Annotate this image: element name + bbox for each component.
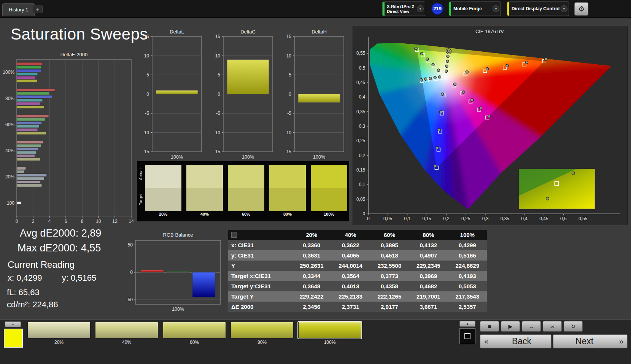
table-cell: 250,2631 <box>292 261 331 271</box>
swatch-level-label: 80% <box>269 212 306 216</box>
tick-label: -5 <box>145 111 149 116</box>
expand-patch-list-button[interactable]: ▲ <box>5 321 21 327</box>
stop-button[interactable]: ■ <box>480 321 499 332</box>
fit-button[interactable]: ↔ <box>522 321 541 332</box>
target-swatch <box>228 188 264 211</box>
add-tab-button[interactable]: + <box>33 5 43 13</box>
tab-history-1[interactable]: History 1 <box>2 3 35 16</box>
patch-button-100%[interactable] <box>298 322 361 339</box>
chevron-down-icon[interactable]: ▼ <box>561 5 567 12</box>
table-cell: 0,3773 <box>370 271 409 281</box>
back-button[interactable]: « Back <box>480 334 552 348</box>
delta-bar <box>298 94 340 103</box>
table-cell: 2,3456 <box>292 302 331 312</box>
inset-measured-point <box>572 172 575 175</box>
tick-label: 0 <box>218 92 220 97</box>
measured-point <box>445 65 448 67</box>
table-cell: 229,2345 <box>409 261 448 271</box>
patch-button-60%[interactable] <box>163 322 226 339</box>
source-label: Mobile Forge <box>453 2 491 16</box>
table-cell: 224,8629 <box>448 261 487 271</box>
tick-label: 40% <box>5 148 14 153</box>
table-cell: 219,7001 <box>409 291 448 302</box>
deltae-bar <box>17 76 35 79</box>
meter-dropdown[interactable]: X-Rite i1Pro 2 Direct View ▼ <box>382 2 425 16</box>
table-cell: 0,3895 <box>370 240 409 250</box>
display-control-dropdown[interactable]: Direct Display Control ▼ <box>507 2 569 16</box>
table-cell: 225,2183 <box>331 291 370 302</box>
pattern-window-button[interactable] <box>459 328 475 344</box>
deltae2000-chart: DeltaE 200002468101214100%80%60%40%20%10… <box>2 52 135 227</box>
tick-label: 0 <box>367 216 370 221</box>
tick-label: 0,45 <box>539 216 548 221</box>
deltae-bar <box>17 202 21 204</box>
tick-label: 60% <box>5 122 14 127</box>
patch-label: 40% <box>95 340 158 345</box>
tick-label: 0,05 <box>356 197 366 202</box>
rgb-balance-svg: RGB Balance500-50100% <box>126 232 223 314</box>
table-cell: 0,3360 <box>292 240 331 250</box>
tick-label: 0,3 <box>482 216 489 221</box>
settings-button[interactable]: ⚙ <box>574 2 588 16</box>
tick-label: -10 <box>285 130 292 135</box>
patch-button-40%[interactable] <box>95 322 158 339</box>
tick-label: 0,55 <box>579 216 588 221</box>
tick-label: 14 <box>129 219 134 224</box>
measured-point <box>438 76 441 78</box>
chevron-down-icon[interactable]: ▼ <box>417 5 424 12</box>
rgb-balance-chart: RGB Balance500-50100% <box>126 232 223 314</box>
current-cdm2: cd/m²: 224,86 <box>7 300 58 310</box>
patch-button-80%[interactable] <box>230 322 294 339</box>
measured-point <box>445 70 448 72</box>
source-dropdown[interactable]: Mobile Forge ▼ <box>449 2 501 16</box>
deltae-bar <box>17 141 43 143</box>
patch-button-20%[interactable] <box>27 322 91 339</box>
gear-icon: ⚙ <box>578 5 585 13</box>
deltae-bar <box>17 73 38 75</box>
deltae-bar <box>17 148 38 150</box>
chart-title: DeltaC <box>240 30 256 35</box>
table-row-label: Target x:CIE31 <box>228 271 292 281</box>
swatch-level-label: 100% <box>311 212 347 216</box>
tick-label: 0,1 <box>359 182 366 187</box>
refresh-button[interactable]: ↻ <box>564 321 583 332</box>
table-grip-icon <box>231 232 237 238</box>
measured-point <box>447 55 449 57</box>
tick-label: 0,45 <box>356 80 366 85</box>
swatch-column: 60% <box>228 165 264 211</box>
tick-label: 15 <box>215 34 221 39</box>
tick-label: 0,4 <box>521 216 528 221</box>
table-cell: 222,1265 <box>370 291 409 302</box>
top-bar: History 1 + X-Rite i1Pro 2 Direct View ▼… <box>0 0 631 18</box>
deltaC-svg: DeltaC151050-5-10-15100% <box>210 30 277 161</box>
actual-target-swatch-strip: Actual Target 20%40%60%80%100% <box>137 161 349 221</box>
patch-label: 60% <box>163 340 226 345</box>
tick-label: 8 <box>81 219 84 224</box>
tick-label: 100% <box>171 154 183 160</box>
deltae-bar <box>17 92 49 95</box>
deltae-bar <box>17 144 41 147</box>
tick-label: -15 <box>214 149 221 154</box>
table-cell: 217,3543 <box>448 291 487 302</box>
measured-point <box>441 93 444 95</box>
table-cell: 0,4193 <box>448 271 487 281</box>
loop-button[interactable]: ∞ <box>543 321 562 332</box>
deltae-bar <box>17 62 42 65</box>
table-row-label: x: CIE31 <box>228 240 292 250</box>
tick-label: 0,5 <box>359 65 366 71</box>
tick-label: 0 <box>146 92 149 97</box>
chart-title: DeltaH <box>312 30 327 35</box>
table-cell: 0,3622 <box>331 240 370 250</box>
next-button[interactable]: Next » <box>553 334 628 348</box>
measured-point <box>462 91 465 94</box>
table-cell: 0,4299 <box>448 240 487 250</box>
chevron-down-icon[interactable]: ▼ <box>493 5 499 12</box>
play-button[interactable]: ▶ <box>501 321 520 332</box>
tick-label: -10 <box>214 130 221 135</box>
expand-controls-button[interactable]: ▲ <box>459 321 475 327</box>
meter-count-badge[interactable]: 219 <box>431 3 443 15</box>
deltae-bar <box>17 181 40 183</box>
measured-point <box>447 50 450 52</box>
patch-slot: 20% <box>27 322 91 345</box>
table-row-label: Target y:CIE31 <box>228 281 292 291</box>
